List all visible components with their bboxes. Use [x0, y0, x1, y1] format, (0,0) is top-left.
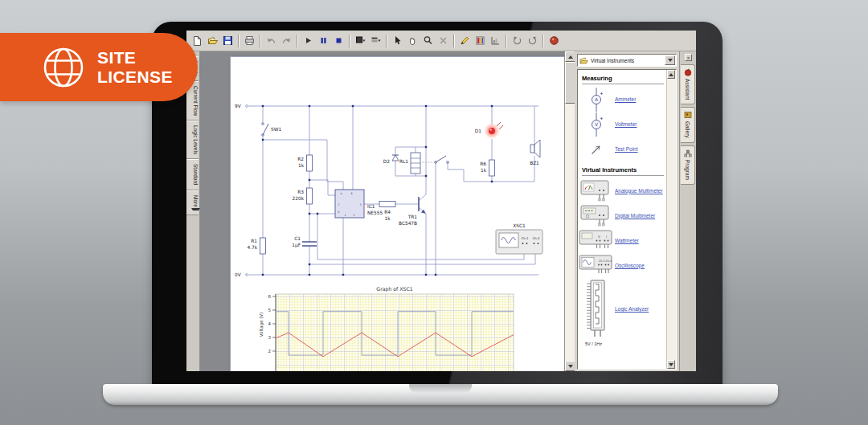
site-license-badge: SITE LICENSE — [0, 33, 198, 101]
svg-text:C1: C1 — [294, 236, 301, 241]
close-icon: × — [687, 55, 690, 60]
voltmeter-link[interactable]: Voltmeter — [615, 121, 637, 128]
toolbar — [186, 31, 696, 51]
list-item-digital-multimeter[interactable]: Digital Multimeter — [578, 203, 668, 228]
tab-program[interactable]: Program — [681, 145, 695, 185]
tab-more[interactable]: More — [186, 190, 199, 216]
dropdown-arrow-icon — [191, 208, 200, 210]
new-button[interactable] — [190, 33, 205, 48]
svg-text:TR1: TR1 — [407, 215, 418, 219]
graph-ylabel: Voltage (V) — [259, 313, 264, 337]
document-page[interactable]: 9V 0V SW1 — [230, 56, 565, 371]
capacitor-c1[interactable]: C1 1µF — [292, 236, 317, 248]
help-button[interactable] — [547, 33, 562, 48]
panel-scroll-up-button[interactable] — [667, 70, 675, 79]
undo-button[interactable] — [264, 33, 279, 48]
logic-analyzer-link[interactable]: Logic Analyzer — [615, 306, 649, 313]
resistor-r6[interactable]: R6 1k — [480, 160, 494, 176]
ammeter-icon: A — [589, 88, 604, 112]
list-item-wattmeter[interactable]: V I Wattmeter — [578, 228, 668, 253]
transistor-tr1[interactable]: TR1 BC547B — [399, 197, 426, 226]
oscilloscope-xsc1[interactable]: XSC1 Ch.1 Ch.2 — [496, 223, 542, 254]
relay-contact[interactable] — [435, 156, 449, 163]
gallery-button[interactable] — [473, 33, 488, 48]
print-icon — [244, 35, 255, 46]
graph-button[interactable] — [488, 33, 503, 48]
svg-text:Ch.1: Ch.1 — [522, 236, 529, 240]
svg-text:RL1: RL1 — [399, 159, 408, 164]
save-button[interactable] — [220, 33, 235, 48]
analogue-multimeter-icon — [580, 180, 612, 202]
tab-assistant[interactable]: Assistant — [681, 64, 695, 104]
list-item-ammeter[interactable]: A Ammeter — [578, 87, 668, 112]
relay-rl1[interactable]: RL1 — [399, 153, 433, 174]
delete-tool-button[interactable] — [436, 33, 451, 48]
redo-button[interactable] — [279, 33, 294, 48]
svg-text:BC547B: BC547B — [399, 221, 417, 226]
rotate-right-button[interactable] — [525, 33, 540, 48]
canvas-scrollbar[interactable] — [564, 51, 575, 371]
logic-analyzer-icon — [583, 280, 609, 339]
run-button[interactable] — [301, 33, 316, 48]
rotate-right-icon — [527, 35, 538, 46]
buzzer-bz1[interactable]: BZ1 — [530, 140, 540, 166]
list-item-test-point[interactable]: Test Point — [578, 137, 668, 161]
oscilloscope-icon: Ch.1 Ch.2 — [579, 255, 614, 276]
app-window: Levels Current Flow Logic Levels Standar… — [186, 31, 696, 371]
arrow-up-icon — [568, 55, 573, 59]
toolbar-separator — [349, 35, 350, 47]
stop-button[interactable] — [331, 33, 346, 48]
oscilloscope-link[interactable]: Oscilloscope — [615, 263, 645, 269]
dropdown-button[interactable] — [665, 55, 675, 65]
svg-text:D2: D2 — [383, 159, 390, 164]
junction-nodes — [262, 105, 493, 276]
switch-sw1[interactable]: SW1 — [262, 123, 282, 137]
digital-multimeter-link[interactable]: Digital Multimeter — [615, 213, 655, 219]
svg-text:220k: 220k — [293, 196, 305, 201]
tab-gallery[interactable]: Gallery — [681, 107, 695, 143]
gallery-tab-icon — [684, 111, 692, 119]
diode-d2[interactable]: D2 — [383, 155, 399, 164]
open-button[interactable] — [205, 33, 220, 48]
tab-standard[interactable]: Standard — [186, 159, 199, 190]
wires-menu-button[interactable] — [368, 33, 383, 48]
list-item-logic-analyzer[interactable]: Logic Analyzer — [578, 278, 668, 341]
list-item-oscilloscope[interactable]: Ch.1 Ch.2 Oscilloscope — [578, 253, 668, 278]
graph-of-xsc1: Graph of XSC1 6 5 4 3 — [259, 286, 514, 371]
category-dropdown[interactable]: Virtual Instruments — [577, 54, 677, 67]
pointer-tool-button[interactable] — [390, 33, 405, 48]
svg-text:R4: R4 — [384, 210, 391, 215]
canvas: 9V 0V SW1 — [200, 51, 564, 371]
print-button[interactable] — [242, 33, 257, 48]
svg-text:V: V — [598, 235, 600, 239]
list-item-analogue-multimeter[interactable]: Analogue Multimeter — [578, 178, 668, 203]
parts-menu-button[interactable] — [353, 33, 368, 48]
pan-tool-button[interactable] — [405, 33, 420, 48]
svg-text:Ch.2: Ch.2 — [606, 259, 612, 263]
svg-text:3: 3 — [359, 203, 361, 206]
close-panel-button[interactable]: × — [685, 54, 692, 61]
list-item-voltmeter[interactable]: V Voltmeter — [578, 112, 668, 137]
badge-line2: LICENSE — [97, 67, 173, 87]
ammeter-link[interactable]: Ammeter — [615, 96, 636, 103]
zoom-icon — [423, 35, 433, 46]
resistor-r3[interactable]: R3 220k — [293, 188, 313, 204]
resistor-r2[interactable]: R2 1k — [297, 155, 312, 171]
svg-text:1µF: 1µF — [292, 243, 301, 248]
panel-scroll-down-button[interactable] — [667, 360, 675, 369]
svg-text:6: 6 — [268, 294, 272, 299]
test-point-link[interactable]: Test Point — [615, 146, 638, 153]
rotate-left-button[interactable] — [510, 33, 525, 48]
probe-tool-button[interactable] — [457, 33, 473, 48]
tab-logic-levels[interactable]: Logic Levels — [186, 121, 199, 159]
resistor-r1[interactable]: R1 4.7k — [247, 238, 265, 254]
section-virtual-instruments: Virtual Instruments — [582, 166, 664, 176]
zoom-tool-button[interactable] — [420, 33, 436, 48]
ic-ne555[interactable]: IC1 NE555 4 8 7 3 6 1 5 — [335, 190, 383, 218]
led-d1[interactable]: D1 — [475, 122, 503, 139]
analogue-multimeter-link[interactable]: Analogue Multimeter — [615, 188, 663, 194]
wattmeter-link[interactable]: Wattmeter — [615, 238, 639, 244]
probe-pen-icon — [460, 35, 470, 46]
pause-button[interactable] — [316, 33, 331, 48]
panel-scrollbar[interactable] — [666, 70, 676, 369]
